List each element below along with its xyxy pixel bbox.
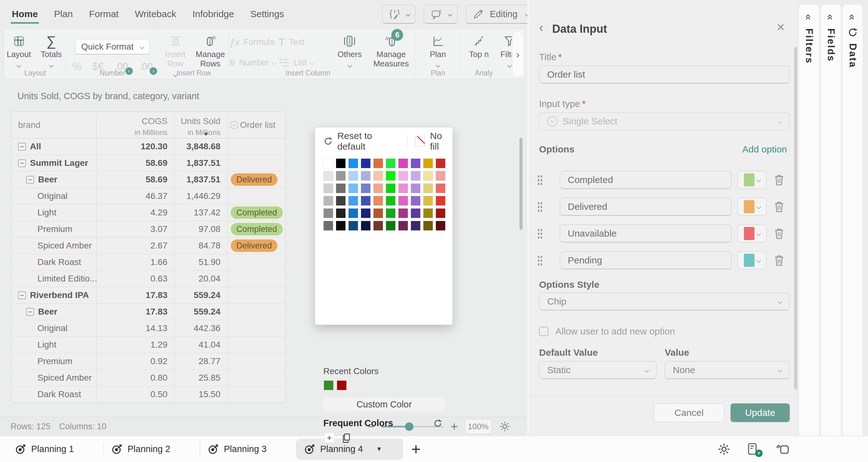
collapse-panel-icon[interactable]: « (825, 14, 837, 20)
ribbon-overflow-button[interactable]: › (512, 31, 524, 77)
units-cell[interactable]: 25.85 (175, 370, 227, 386)
reset-to-default-button[interactable]: Reset to default (323, 131, 400, 152)
color-swatch[interactable] (424, 184, 433, 193)
row-label-cell[interactable]: Dark Roast (12, 254, 97, 270)
insert-number-button[interactable]: # Number (229, 55, 276, 71)
order-list-cell[interactable] (227, 155, 285, 171)
color-swatch[interactable] (386, 221, 395, 230)
color-swatch[interactable] (411, 196, 420, 206)
color-swatch[interactable] (399, 209, 408, 218)
no-fill-button[interactable]: No fill (415, 131, 453, 152)
insert-list-button[interactable]: List (278, 55, 332, 71)
recent-color-swatch[interactable] (337, 381, 346, 390)
writeback-mode-button[interactable] (382, 5, 415, 24)
row-label-cell[interactable]: Original (12, 320, 97, 336)
row-label-cell[interactable]: Spiced Amber (12, 238, 97, 254)
row-label-cell[interactable]: Premium (12, 221, 97, 237)
row-label-cell[interactable]: Dark Roast (12, 386, 97, 402)
side-tab-data[interactable]: «Data (842, 4, 863, 436)
order-list-cell[interactable]: Delivered (227, 238, 285, 254)
units-cell[interactable]: 137.42 (175, 205, 227, 221)
units-cell[interactable]: 41.04 (175, 337, 227, 353)
side-tab-fields[interactable]: «Fields (820, 4, 841, 436)
collapse-toggle-icon[interactable]: − (18, 291, 26, 299)
color-swatch[interactable] (323, 184, 333, 193)
workspace-settings-gear-icon[interactable] (717, 442, 731, 456)
row-label-cell[interactable]: Spiced Amber (12, 370, 97, 386)
cogs-cell[interactable]: 2.67 (97, 238, 175, 254)
color-swatch[interactable] (436, 221, 445, 230)
menu-home[interactable]: Home (11, 2, 38, 26)
cogs-cell[interactable]: 0.50 (97, 386, 175, 402)
row-label-cell[interactable]: −Summit Lager (12, 155, 97, 171)
default-value-select[interactable]: Static (539, 361, 657, 379)
status-chip[interactable]: Delivered (231, 239, 278, 252)
cogs-cell[interactable]: 1.29 (97, 337, 175, 353)
color-swatch[interactable] (411, 171, 420, 181)
color-swatch[interactable] (361, 159, 370, 168)
options-style-select[interactable]: Chip (539, 292, 790, 310)
menu-plan[interactable]: Plan (53, 2, 73, 26)
order-list-cell[interactable]: Delivered (227, 172, 285, 188)
option-value-input[interactable]: Pending (560, 251, 732, 269)
cogs-cell[interactable]: 0.63 (97, 271, 175, 287)
row-label-cell[interactable]: Original (12, 188, 97, 204)
cogs-cell[interactable]: 1.66 (97, 254, 175, 270)
option-value-input[interactable]: Delivered (560, 198, 732, 216)
collapse-toggle-icon[interactable]: − (18, 143, 26, 151)
update-button[interactable]: Update (731, 403, 790, 422)
color-swatch[interactable] (436, 171, 445, 181)
units-cell[interactable]: 1,446.29 (175, 188, 227, 204)
delete-option-icon[interactable] (774, 227, 785, 240)
color-swatch[interactable] (424, 171, 433, 181)
color-swatch[interactable] (323, 159, 333, 168)
row-label-cell[interactable]: −Beer (12, 304, 97, 320)
refresh-data-icon[interactable] (847, 23, 858, 38)
order-list-cell[interactable]: Completed (227, 221, 285, 237)
sheet-tab-1[interactable]: Planning 1 (7, 439, 103, 460)
allow-add-checkbox[interactable] (539, 327, 549, 336)
menu-settings[interactable]: Settings (250, 2, 285, 26)
units-cell[interactable]: 51.90 (175, 254, 227, 270)
sheets-overview-icon[interactable] (775, 442, 790, 456)
color-swatch[interactable] (386, 171, 395, 181)
cogs-cell[interactable]: 17.83 (97, 304, 175, 320)
cancel-button[interactable]: Cancel (654, 403, 724, 422)
column-header-units-sold[interactable]: Units Sold in Millions ▼ (175, 112, 227, 138)
frequent-refresh-button[interactable] (433, 419, 442, 428)
comments-button[interactable] (424, 5, 458, 24)
color-swatch[interactable] (386, 184, 395, 193)
option-value-input[interactable]: Completed (560, 171, 732, 189)
collapse-toggle-icon[interactable]: − (26, 308, 34, 316)
zoom-percent[interactable]: 100% (465, 419, 492, 434)
color-swatch[interactable] (348, 196, 358, 206)
color-swatch[interactable] (336, 184, 345, 193)
color-swatch[interactable] (348, 159, 358, 168)
panel-scrollbar[interactable] (794, 47, 797, 390)
option-color-select[interactable] (737, 198, 767, 216)
delete-option-icon[interactable] (774, 174, 785, 186)
column-header-brand[interactable]: brand (12, 112, 97, 138)
delete-option-icon[interactable] (774, 254, 785, 267)
title-input[interactable]: Order list (539, 65, 790, 84)
insert-formula-button[interactable]: ƒx Formula (229, 34, 276, 50)
color-swatch[interactable] (336, 159, 345, 168)
cogs-cell[interactable]: 46.37 (97, 188, 175, 204)
color-swatch[interactable] (424, 159, 433, 168)
color-swatch[interactable] (399, 171, 408, 181)
row-label-cell[interactable]: −All (12, 138, 97, 155)
color-swatch[interactable] (436, 159, 445, 168)
units-cell[interactable]: 15.50 (175, 386, 227, 402)
cogs-cell[interactable]: 3.07 (97, 221, 175, 237)
sort-desc-icon[interactable]: ▼ (203, 131, 209, 137)
color-swatch[interactable] (348, 221, 358, 230)
menu-format[interactable]: Format (88, 2, 119, 26)
table-settings-gear-icon[interactable] (499, 420, 511, 433)
color-swatch[interactable] (424, 209, 433, 218)
color-swatch[interactable] (323, 209, 333, 218)
color-swatch[interactable] (424, 196, 433, 206)
quick-format-select[interactable]: Quick Format (75, 39, 150, 55)
new-document-icon[interactable]: + (746, 442, 760, 456)
units-cell[interactable]: 97.08 (175, 221, 227, 237)
drag-handle-icon[interactable] (537, 255, 543, 266)
